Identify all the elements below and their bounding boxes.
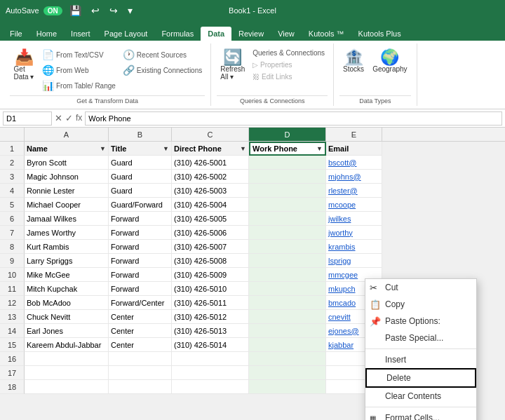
cell-a4[interactable]: Ronnie Lester: [25, 184, 109, 198]
redo-icon[interactable]: ↪: [107, 4, 121, 18]
cell-a8[interactable]: Kurt Rambis: [25, 240, 109, 254]
col-d[interactable]: D: [249, 128, 326, 141]
ctx-cut[interactable]: ✂ Cut: [365, 279, 476, 296]
edit-links-button[interactable]: ⛓ Edit Links: [250, 72, 328, 82]
cell-b13[interactable]: Center: [109, 310, 172, 324]
tab-page-layout[interactable]: Page Layout: [97, 27, 155, 41]
cell-c10[interactable]: (310) 426-5009: [172, 268, 249, 282]
header-work-phone[interactable]: Work Phone▼: [249, 142, 326, 156]
cell-a15[interactable]: Kareem Abdul-Jabbar: [25, 338, 109, 352]
cell-a6[interactable]: Jamaal Wilkes: [25, 212, 109, 226]
tab-formulas[interactable]: Formulas: [154, 27, 201, 41]
name-box[interactable]: D1: [3, 111, 52, 126]
cell-c13[interactable]: (310) 426-5012: [172, 310, 249, 324]
tab-insert[interactable]: Insert: [64, 27, 97, 41]
refresh-all-button[interactable]: 🔄 RefreshAll ▾: [217, 48, 248, 83]
header-direct-phone[interactable]: Direct Phone▼: [172, 142, 249, 156]
header-title[interactable]: Title▼: [109, 142, 172, 156]
cell-b15[interactable]: Center: [109, 338, 172, 352]
cell-b9[interactable]: Forward: [109, 254, 172, 268]
from-table-button[interactable]: 📊 From Table/ Range: [39, 79, 119, 93]
cell-d14[interactable]: [249, 324, 326, 338]
cell-a9[interactable]: Larry Spriggs: [25, 254, 109, 268]
confirm-formula-icon[interactable]: ✓: [65, 113, 73, 123]
cell-c15[interactable]: (310) 426-5014: [172, 338, 249, 352]
ctx-clear-contents[interactable]: Clear Contents: [365, 388, 476, 405]
cell-d15[interactable]: [249, 338, 326, 352]
geography-button[interactable]: 🌍 Geography: [369, 48, 410, 75]
cell-c4[interactable]: (310) 426-5003: [172, 184, 249, 198]
cell-d18[interactable]: [249, 380, 326, 394]
cell-c16[interactable]: [172, 352, 249, 366]
cell-a11[interactable]: Mitch Kupchak: [25, 282, 109, 296]
ctx-delete[interactable]: Delete: [365, 368, 476, 388]
cell-d3[interactable]: [249, 170, 326, 184]
col-c[interactable]: C: [172, 128, 249, 141]
cell-c17[interactable]: [172, 366, 249, 380]
cell-b11[interactable]: Forward: [109, 282, 172, 296]
cell-e8[interactable]: krambis: [326, 240, 382, 254]
cell-d6[interactable]: [249, 212, 326, 226]
ctx-copy[interactable]: 📋 Copy: [365, 296, 476, 313]
formula-input[interactable]: [85, 111, 502, 126]
cell-c7[interactable]: (310) 426-5006: [172, 226, 249, 240]
cell-b5[interactable]: Guard/Forward: [109, 198, 172, 212]
cell-c5[interactable]: (310) 426-5004: [172, 198, 249, 212]
cell-a7[interactable]: James Worthy: [25, 226, 109, 240]
save-icon[interactable]: 💾: [67, 4, 84, 18]
cell-c9[interactable]: (310) 426-5008: [172, 254, 249, 268]
cell-b6[interactable]: Forward: [109, 212, 172, 226]
cell-d10[interactable]: [249, 268, 326, 282]
cell-b8[interactable]: Forward: [109, 240, 172, 254]
cell-c12[interactable]: (310) 426-5011: [172, 296, 249, 310]
cell-e3[interactable]: mjohns@: [326, 170, 382, 184]
cell-c14[interactable]: (310) 426-5013: [172, 324, 249, 338]
ctx-paste-special[interactable]: Paste Special...: [365, 330, 476, 346]
cell-e6[interactable]: jwilkes: [326, 212, 382, 226]
ctx-paste-options[interactable]: 📌 Paste Options:: [365, 313, 476, 330]
cell-c3[interactable]: (310) 426-5002: [172, 170, 249, 184]
stocks-button[interactable]: 🏦 Stocks: [339, 48, 368, 75]
cell-b10[interactable]: Forward: [109, 268, 172, 282]
cell-a3[interactable]: Magic Johnson: [25, 170, 109, 184]
cell-c6[interactable]: (310) 426-5005: [172, 212, 249, 226]
cell-a18[interactable]: [25, 380, 109, 394]
cell-d12[interactable]: [249, 296, 326, 310]
tab-kutools[interactable]: Kutools ™: [302, 27, 351, 41]
cell-b3[interactable]: Guard: [109, 170, 172, 184]
cell-d13[interactable]: [249, 310, 326, 324]
cancel-formula-icon[interactable]: ✕: [55, 113, 62, 123]
col-a[interactable]: A: [25, 128, 109, 141]
autosave-toggle[interactable]: ON: [43, 6, 62, 15]
insert-function-icon[interactable]: fx: [76, 113, 82, 123]
cell-d8[interactable]: [249, 240, 326, 254]
cell-d17[interactable]: [249, 366, 326, 380]
cell-a17[interactable]: [25, 366, 109, 380]
tab-data[interactable]: Data: [201, 27, 231, 41]
cell-a2[interactable]: Byron Scott: [25, 156, 109, 170]
col-e[interactable]: E: [326, 128, 382, 141]
cell-d9[interactable]: [249, 254, 326, 268]
cell-b4[interactable]: Guard: [109, 184, 172, 198]
cell-c18[interactable]: [172, 380, 249, 394]
ctx-format-cells[interactable]: ▦ Format Cells...: [365, 409, 476, 420]
undo-icon[interactable]: ↩: [88, 4, 102, 18]
ctx-insert[interactable]: Insert: [365, 351, 476, 368]
cell-b14[interactable]: Center: [109, 324, 172, 338]
cell-e4[interactable]: rlester@: [326, 184, 382, 198]
cell-b17[interactable]: [109, 366, 172, 380]
cell-d4[interactable]: [249, 184, 326, 198]
tab-file[interactable]: File: [3, 27, 29, 41]
cell-e9[interactable]: lsprigg: [326, 254, 382, 268]
col-b[interactable]: B: [109, 128, 172, 141]
header-name[interactable]: Name▼: [25, 142, 109, 156]
tab-review[interactable]: Review: [231, 27, 271, 41]
cell-e5[interactable]: mcoope: [326, 198, 382, 212]
cell-d2[interactable]: [249, 156, 326, 170]
cell-b2[interactable]: Guard: [109, 156, 172, 170]
get-data-button[interactable]: 📥 GetData ▾: [10, 48, 38, 83]
cell-d16[interactable]: [249, 352, 326, 366]
from-text-csv-button[interactable]: 📄 From Text/CSV: [39, 48, 119, 62]
recent-sources-button[interactable]: 🕐 Recent Sources: [120, 48, 205, 62]
cell-a5[interactable]: Michael Cooper: [25, 198, 109, 212]
